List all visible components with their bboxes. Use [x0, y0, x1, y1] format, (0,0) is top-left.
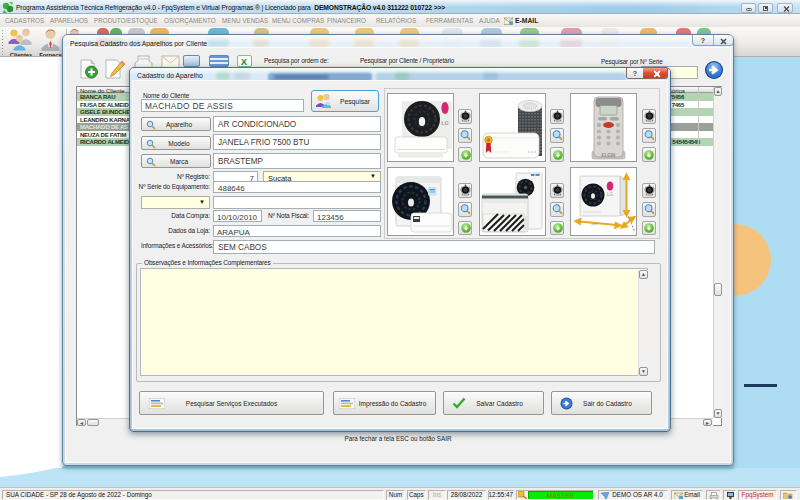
svg-text:LG: LG — [441, 120, 449, 126]
svg-text:LG: LG — [607, 192, 614, 197]
svg-text:ELGIN: ELGIN — [602, 153, 616, 158]
svg-text:+ym: +ym — [591, 222, 598, 226]
